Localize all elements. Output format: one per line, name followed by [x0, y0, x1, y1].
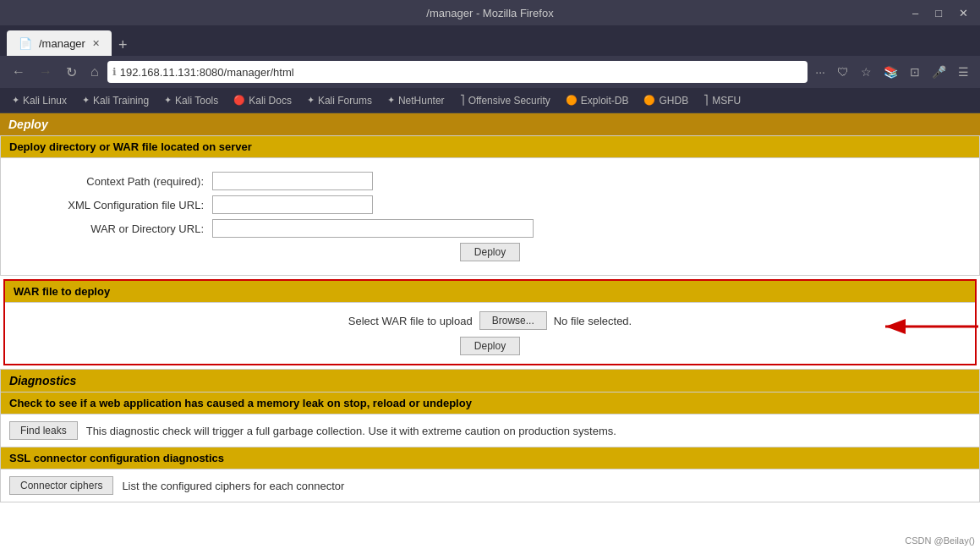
- bookmark-icon: 🟠: [643, 95, 655, 106]
- minimize-button[interactable]: –: [907, 5, 923, 21]
- bookmark-icon: 🔴: [233, 95, 245, 106]
- tab-bar: 📄 /manager ✕ +: [0, 25, 980, 56]
- reload-button[interactable]: ↻: [61, 61, 82, 84]
- watermark: CSDN @Beilay(): [905, 535, 975, 546]
- connector-ciphers-button[interactable]: Connector ciphers: [9, 476, 113, 495]
- select-war-label: Select WAR file to upload: [348, 315, 473, 327]
- sync-icon[interactable]: ⊡: [906, 63, 924, 80]
- bookmark-label: NetHunter: [398, 95, 445, 107]
- bookmark-icon: ✦: [164, 95, 172, 106]
- war-file-section: WAR file to deploy Select WAR file to up…: [3, 279, 977, 365]
- deploy-directory-form: Context Path (required): XML Configurati…: [0, 158, 980, 276]
- diagnostics-header: Diagnostics: [0, 369, 980, 393]
- mic-icon[interactable]: 🎤: [928, 63, 950, 80]
- close-button[interactable]: ✕: [954, 5, 973, 21]
- bookmarks-bar: ✦ Kali Linux ✦ Kali Training ✦ Kali Tool…: [0, 88, 980, 113]
- deploy-dir-button[interactable]: Deploy: [460, 243, 520, 261]
- bookmark-kali-forums[interactable]: ✦ Kali Forums: [300, 93, 379, 108]
- diagnostics-section: Diagnostics Check to see if a web applic…: [0, 369, 980, 502]
- address-text: 192.168.11.131:8080/manager/html: [120, 66, 803, 79]
- find-leaks-description: This diagnostic check will trigger a ful…: [86, 425, 616, 437]
- forward-button[interactable]: →: [34, 61, 57, 83]
- window-title: /manager - Mozilla Firefox: [426, 7, 553, 19]
- bookmark-exploit-db[interactable]: 🟠 Exploit-DB: [559, 93, 636, 108]
- war-dir-label: WAR or Directory URL:: [18, 222, 212, 235]
- page-content-area: Deploy Deploy directory or WAR file loca…: [0, 113, 980, 549]
- bookmark-label: Kali Docs: [249, 95, 292, 107]
- bookmark-icon: ⎤: [704, 95, 709, 106]
- bookmark-icon: ✦: [387, 95, 395, 106]
- context-path-label: Context Path (required):: [18, 175, 212, 188]
- tab-favicon: 📄: [19, 37, 32, 50]
- bookmark-label: GHDB: [659, 95, 688, 107]
- new-tab-button[interactable]: +: [113, 36, 133, 54]
- shield-icon[interactable]: 🛡: [833, 63, 853, 80]
- xml-config-input[interactable]: [212, 195, 373, 214]
- library-icon[interactable]: 📚: [879, 63, 902, 80]
- diagnostics-label: Diagnostics: [9, 374, 76, 387]
- bookmark-icon: 🟠: [566, 95, 578, 106]
- ssl-connector-header: SSL connector configuration diagnostics: [0, 447, 980, 469]
- bookmark-label: Kali Linux: [23, 95, 67, 107]
- diagnostics-body: Find leaks This diagnostic check will tr…: [0, 414, 980, 447]
- deploy-section-header: Deploy: [0, 113, 980, 135]
- connector-ciphers-description: List the configured ciphers for each con…: [122, 480, 344, 492]
- no-file-selected-text: No file selected.: [554, 315, 632, 327]
- back-button[interactable]: ←: [7, 61, 30, 83]
- war-section-title: WAR file to deploy: [5, 281, 975, 303]
- war-file-row: Select WAR file to upload Browse... No f…: [348, 311, 632, 330]
- tab-close-icon[interactable]: ✕: [92, 38, 100, 49]
- memory-leak-header: Check to see if a web application has ca…: [0, 393, 980, 414]
- deploy-directory-title: Deploy directory or WAR file located on …: [0, 135, 980, 158]
- home-button[interactable]: ⌂: [85, 61, 104, 83]
- deploy-directory-section: Deploy directory or WAR file located on …: [0, 135, 980, 276]
- title-bar: /manager - Mozilla Firefox – □ ✕: [0, 0, 980, 25]
- xml-config-label: XML Configuration file URL:: [18, 199, 212, 211]
- context-path-input[interactable]: [212, 172, 373, 190]
- deploy-italic-label: Deploy: [8, 118, 48, 131]
- nav-right-icons: ··· 🛡 ☆ 📚 ⊡ 🎤 ☰: [811, 63, 973, 80]
- bookmark-offensive-security[interactable]: ⎤ Offensive Security: [453, 93, 557, 108]
- more-icon[interactable]: ···: [811, 63, 829, 80]
- xml-config-row: XML Configuration file URL:: [18, 195, 962, 214]
- tab-label: /manager: [39, 37, 85, 50]
- active-tab[interactable]: 📄 /manager ✕: [7, 30, 112, 56]
- bookmark-kali-linux[interactable]: ✦ Kali Linux: [5, 93, 74, 108]
- star-icon[interactable]: ☆: [857, 63, 876, 80]
- bookmark-label: Kali Forums: [318, 95, 372, 107]
- war-file-wrapper: WAR file to deploy Select WAR file to up…: [0, 279, 980, 365]
- bookmark-icon: ✦: [12, 95, 19, 106]
- war-deploy-button[interactable]: Deploy: [460, 337, 520, 355]
- bookmark-label: Kali Tools: [175, 95, 218, 107]
- bookmark-icon: ✦: [307, 95, 315, 106]
- ssl-connector-body: Connector ciphers List the configured ci…: [0, 469, 980, 502]
- bookmark-kali-docs[interactable]: 🔴 Kali Docs: [227, 93, 298, 108]
- bookmark-nethunter[interactable]: ✦ NetHunter: [381, 93, 452, 108]
- bookmark-kali-training[interactable]: ✦ Kali Training: [75, 93, 156, 108]
- bookmark-msfu[interactable]: ⎤ MSFU: [697, 93, 747, 108]
- war-dir-input[interactable]: [212, 219, 534, 238]
- bookmark-ghdb[interactable]: 🟠 GHDB: [637, 93, 695, 108]
- bookmark-icon: ✦: [82, 95, 90, 106]
- bookmark-label: Offensive Security: [468, 95, 550, 107]
- browser-window: /manager - Mozilla Firefox – □ ✕ 📄 /mana…: [0, 0, 980, 549]
- bookmark-kali-tools[interactable]: ✦ Kali Tools: [157, 93, 225, 108]
- nav-bar: ← → ↻ ⌂ ℹ 192.168.11.131:8080/manager/ht…: [0, 56, 980, 88]
- menu-icon[interactable]: ☰: [954, 63, 973, 80]
- address-info-icon: ℹ: [112, 66, 117, 78]
- deploy-btn-row: Deploy: [18, 243, 962, 261]
- browse-button[interactable]: Browse...: [479, 311, 547, 330]
- bookmark-label: Exploit-DB: [581, 95, 629, 107]
- context-path-row: Context Path (required):: [18, 172, 962, 190]
- maximize-button[interactable]: □: [930, 5, 947, 21]
- find-leaks-button[interactable]: Find leaks: [9, 421, 78, 440]
- war-section-body: Select WAR file to upload Browse... No f…: [5, 303, 975, 364]
- bookmark-label: Kali Training: [93, 95, 149, 107]
- bookmark-icon: ⎤: [460, 95, 465, 106]
- war-dir-row: WAR or Directory URL:: [18, 219, 962, 238]
- bookmark-label: MSFU: [712, 95, 741, 107]
- title-bar-controls: – □ ✕: [907, 5, 973, 21]
- address-bar[interactable]: ℹ 192.168.11.131:8080/manager/html: [107, 61, 808, 83]
